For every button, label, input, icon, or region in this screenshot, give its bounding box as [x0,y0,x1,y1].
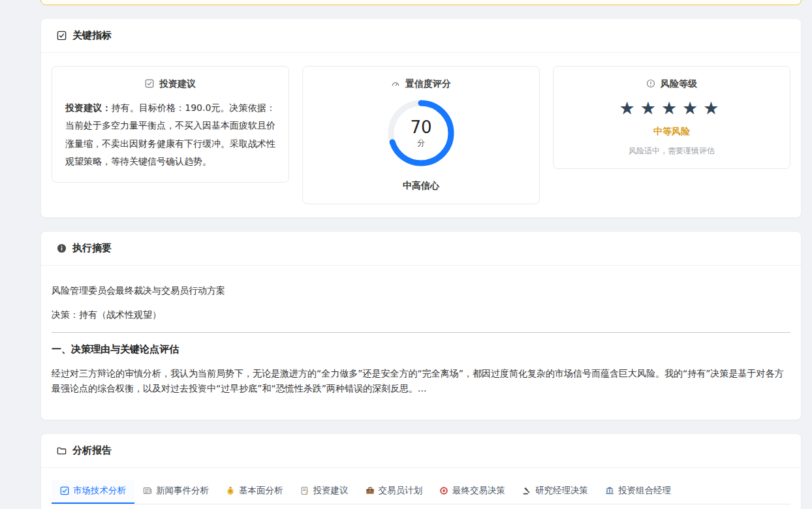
summary-heading: 一、决策理由与关键论点评估 [52,343,790,356]
key-indicators-body: 投资建议 投资建议：持有。目标价格：190.0元。决策依据：当前处于多空力量平衡… [41,53,801,217]
tab-label: 基本面分析 [239,485,283,497]
confidence-card: 置信度评分 70 分 中高信心 [302,66,540,204]
confidence-score: 70 [410,117,431,137]
tab-trader-plan[interactable]: 交易员计划 [357,480,431,504]
tab-research-manager-decision[interactable]: 研究经理决策 [514,480,597,504]
check-square-icon [60,486,69,495]
check-square-icon [57,31,67,40]
tab-label: 最终交易决策 [452,485,505,497]
bank-icon [605,486,614,495]
note-icon [300,486,309,495]
confidence-head: 置信度评分 [316,78,526,90]
tab-market-technical[interactable]: 市场技术分析 [52,480,134,504]
newspaper-icon [143,486,152,495]
summary-divider [52,332,790,333]
gauge-icon [391,79,400,90]
svg-text:¥: ¥ [229,489,232,493]
briefcase-icon [366,486,375,495]
folder-icon [57,446,67,455]
tab-fundamentals[interactable]: ¥ 基本面分析 [217,480,292,504]
section-title: 执行摘要 [72,242,112,254]
analysis-report-card: 分析报告 市场技术分析 新闻事件分析 [40,433,802,509]
gavel-icon [522,486,531,495]
confidence-ring: 70 分 [387,99,455,167]
tab-label: 新闻事件分析 [156,485,209,497]
tab-investment-advice[interactable]: 投资建议 [292,480,357,504]
clipboard-check-icon [145,79,154,90]
investment-advice-head: 投资建议 [65,78,275,90]
executive-summary-card: 执行摘要 风险管理委员会最终裁决与交易员行动方案 决策：持有（战术性观望） 一、… [40,231,802,420]
key-indicators-header: 关键指标 [41,19,801,53]
advice-strong: 投资建议： [65,102,111,113]
executive-summary-body: 风险管理委员会最终裁决与交易员行动方案 决策：持有（战术性观望） 一、决策理由与… [41,266,801,420]
section-title: 关键指标 [72,29,112,42]
app-screen: 关键指标 投资建议 投资建议：持有。目标价格：190.0元。决策依据：当前处于多… [0,0,812,509]
analysis-report-body: 市场技术分析 新闻事件分析 ¥ 基本面分析 [41,468,801,509]
tab-news-events[interactable]: 新闻事件分析 [134,480,217,504]
risk-level: 中等风险 [567,126,777,138]
summary-paragraph: 经过对三方辩论的审慎分析，我认为当前局势下，无论是激进方的“全力做多”还是安全方… [52,366,790,396]
analysis-report-header: 分析报告 [41,434,801,468]
tab-label: 市场技术分析 [73,485,126,497]
advice-title: 投资建议 [159,78,196,90]
top-alert-partial [40,0,802,5]
info-filled-icon [57,243,67,253]
main-content: 关键指标 投资建议 投资建议：持有。目标价格：190.0元。决策依据：当前处于多… [40,0,802,509]
risk-title: 风险等级 [661,78,697,90]
tab-final-trade-decision[interactable]: 最终交易决策 [431,480,514,504]
risk-card: 风险等级 ★★★★★ 中等风险 风险适中，需要谨慎评估 [553,66,790,169]
report-tabs: 市场技术分析 新闻事件分析 ¥ 基本面分析 [52,480,790,504]
confidence-title: 置信度评分 [405,78,451,90]
tab-label: 投资建议 [313,485,349,497]
tab-label: 交易员计划 [379,485,423,497]
confidence-score-wrap: 70 分 [387,99,455,167]
target-icon [439,486,448,495]
risk-desc: 风险适中，需要谨慎评估 [567,146,777,157]
summary-line1: 风险管理委员会最终裁决与交易员行动方案 [52,284,790,298]
advice-text: 投资建议：持有。目标价格：190.0元。决策依据：当前处于多空力量平衡点，不买入… [65,99,275,170]
risk-head: 风险等级 [567,78,777,90]
executive-summary-header: 执行摘要 [41,232,801,266]
tab-label: 研究经理决策 [535,485,588,497]
tab-portfolio-manager[interactable]: 投资组合经理 [597,480,679,504]
section-title: 分析报告 [72,444,112,457]
summary-line2: 决策：持有（战术性观望） [52,308,790,322]
tab-label: 投资组合经理 [618,485,671,497]
money-bag-icon: ¥ [226,486,235,495]
investment-advice-card: 投资建议 投资建议：持有。目标价格：190.0元。决策依据：当前处于多空力量平衡… [52,66,289,183]
confidence-label: 中高信心 [316,180,526,192]
key-indicators-card: 关键指标 投资建议 投资建议：持有。目标价格：190.0元。决策依据：当前处于多… [40,18,802,218]
confidence-unit: 分 [417,138,425,149]
warning-circle-icon [646,79,655,90]
risk-stars-icon: ★★★★★ [567,99,777,117]
